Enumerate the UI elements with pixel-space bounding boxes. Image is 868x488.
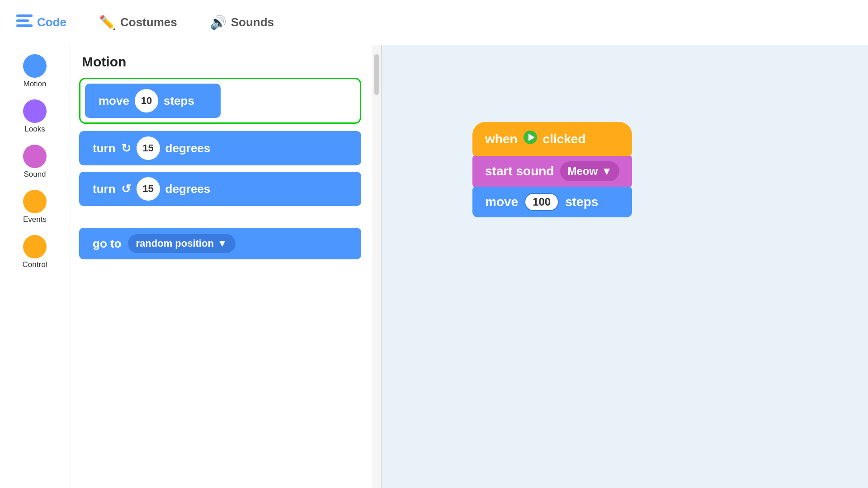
motion-circle-icon xyxy=(23,54,47,78)
block-panel: Motion move 10 steps turn ↻ 15 degrees xyxy=(70,45,382,488)
sidebar-motion-label: Motion xyxy=(23,80,46,89)
sound-dropdown-label: Meow xyxy=(567,165,598,178)
goto-dropdown[interactable]: random position ▼ xyxy=(128,234,236,253)
sidebar-item-motion[interactable]: Motion xyxy=(0,50,70,93)
svg-rect-1 xyxy=(16,19,29,22)
sound-dropdown-arrow: ▼ xyxy=(601,165,612,178)
turn-left-value[interactable]: 15 xyxy=(137,177,160,201)
canvas-move-text: move xyxy=(485,195,518,209)
turn-right-degrees: degrees xyxy=(165,141,211,155)
sidebar-item-events[interactable]: Events xyxy=(0,185,70,229)
tab-sounds-label: Sounds xyxy=(231,15,274,29)
sound-dropdown[interactable]: Meow ▼ xyxy=(560,161,619,181)
sidebar-control-label: Control xyxy=(23,260,47,269)
sidebar: Motion Looks Sound Events Control xyxy=(0,45,70,488)
canvas-move-steps-text: steps xyxy=(565,195,598,209)
move-text: move xyxy=(99,94,129,108)
goto-text: go to xyxy=(93,237,122,251)
when-flag-block[interactable]: when clicked xyxy=(472,122,632,156)
sidebar-item-looks[interactable]: Looks xyxy=(0,95,70,138)
block-list: move 10 steps turn ↻ 15 degrees turn ↺ 1… xyxy=(79,78,372,259)
turn-right-block[interactable]: turn ↻ 15 degrees xyxy=(79,131,361,165)
start-sound-text: start sound xyxy=(485,164,554,178)
sounds-icon: 🔊 xyxy=(210,14,226,30)
top-bar: Code ✏️ Costumes 🔊 Sounds xyxy=(0,0,868,45)
tab-costumes[interactable]: ✏️ Costumes xyxy=(83,0,193,45)
when-text: when xyxy=(485,132,518,146)
sidebar-item-sound[interactable]: Sound xyxy=(0,140,70,183)
svg-rect-0 xyxy=(16,14,33,17)
turn-left-text: turn xyxy=(93,182,116,196)
turn-left-degrees: degrees xyxy=(165,182,211,196)
block-panel-title: Motion xyxy=(79,54,372,70)
script-stack: when clicked start sound Meow ▼ xyxy=(472,122,632,217)
looks-circle-icon xyxy=(23,99,47,123)
goto-dropdown-arrow: ▼ xyxy=(217,238,227,249)
move-steps-highlight: move 10 steps xyxy=(79,78,361,124)
goto-dropdown-label: random position xyxy=(136,238,214,249)
canvas-move-value[interactable]: 100 xyxy=(524,193,559,211)
scrollbar-thumb[interactable] xyxy=(374,54,379,95)
turn-right-text: turn xyxy=(93,141,116,155)
main-area: Motion Looks Sound Events Control Motion xyxy=(0,45,868,488)
move-value[interactable]: 10 xyxy=(135,89,158,113)
turn-right-value[interactable]: 15 xyxy=(137,136,160,160)
turn-right-icon: ↻ xyxy=(121,141,131,155)
goto-block[interactable]: go to random position ▼ xyxy=(79,228,361,259)
svg-rect-2 xyxy=(16,24,33,27)
turn-left-icon: ↺ xyxy=(121,182,131,196)
code-icon xyxy=(16,14,33,30)
events-circle-icon xyxy=(23,190,47,213)
sidebar-sound-label: Sound xyxy=(24,170,46,179)
sound-circle-icon xyxy=(23,145,47,168)
sidebar-events-label: Events xyxy=(23,215,47,224)
turn-left-block[interactable]: turn ↺ 15 degrees xyxy=(79,172,361,206)
canvas-move-block[interactable]: move 100 steps xyxy=(472,187,632,217)
clicked-text: clicked xyxy=(543,132,586,146)
spacer xyxy=(79,212,361,221)
scrollbar[interactable] xyxy=(372,45,381,488)
tab-code[interactable]: Code xyxy=(0,0,83,45)
tab-costumes-label: Costumes xyxy=(120,15,177,29)
steps-text: steps xyxy=(164,94,194,108)
start-sound-block[interactable]: start sound Meow ▼ xyxy=(472,155,632,188)
tab-sounds[interactable]: 🔊 Sounds xyxy=(193,0,290,45)
sidebar-looks-label: Looks xyxy=(24,125,45,134)
control-circle-icon xyxy=(23,235,47,258)
move-steps-block[interactable]: move 10 steps xyxy=(85,84,221,118)
tab-code-label: Code xyxy=(37,15,66,29)
green-flag-icon xyxy=(523,130,538,148)
sidebar-item-control[interactable]: Control xyxy=(0,230,70,274)
costumes-icon: ✏️ xyxy=(99,14,116,30)
canvas-area: when clicked start sound Meow ▼ xyxy=(382,45,868,488)
